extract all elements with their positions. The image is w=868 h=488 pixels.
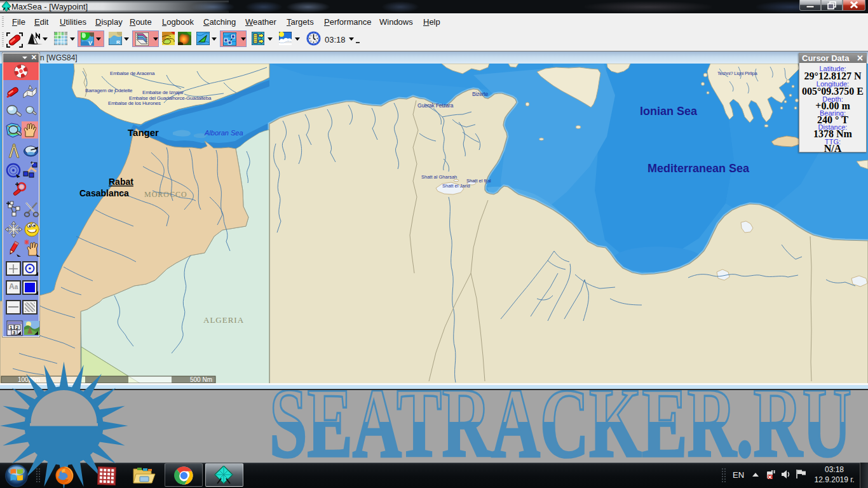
svg-text:Embalse de los Hurones: Embalse de los Hurones xyxy=(108,100,161,106)
svg-text:Bizerte: Bizerte xyxy=(472,91,489,97)
svg-text:V: V xyxy=(88,40,92,46)
svg-text:Techni? Liqni Pirlipa: Techni? Liqni Pirlipa xyxy=(717,71,758,76)
svg-text:Casablanca: Casablanca xyxy=(79,188,129,198)
svg-text:500 Nm: 500 Nm xyxy=(190,376,212,383)
svg-text:3: 3 xyxy=(13,330,16,336)
svg-text:2: 2 xyxy=(16,325,19,330)
svg-text:Shatt al Gharsah: Shatt al Gharsah xyxy=(421,174,457,180)
svg-text:Shatt el fijal: Shatt el fijal xyxy=(466,178,491,184)
svg-text:Ionian Sea: Ionian Sea xyxy=(640,105,698,118)
svg-text:Mediterranean Sea: Mediterranean Sea xyxy=(648,162,750,175)
svg-text:Embalse de Aracena: Embalse de Aracena xyxy=(110,71,155,76)
svg-text:Guerak Fetzara: Guerak Fetzara xyxy=(417,102,454,109)
svg-text:Embalse de Iznajar: Embalse de Iznajar xyxy=(142,90,184,95)
svg-text:MOROCCO: MOROCCO xyxy=(144,190,187,199)
svg-text:R: R xyxy=(116,39,120,45)
svg-text:Rabat: Rabat xyxy=(109,177,133,187)
svg-text:Tanger: Tanger xyxy=(128,127,159,138)
svg-text:Alboran Sea: Alboran Sea xyxy=(204,129,243,137)
svg-text:ALGERIA: ALGERIA xyxy=(203,315,244,325)
svg-text:Barragem de Odeleite: Barragem de Odeleite xyxy=(85,88,133,93)
svg-text:Shatt el Jarid: Shatt el Jarid xyxy=(442,183,470,189)
